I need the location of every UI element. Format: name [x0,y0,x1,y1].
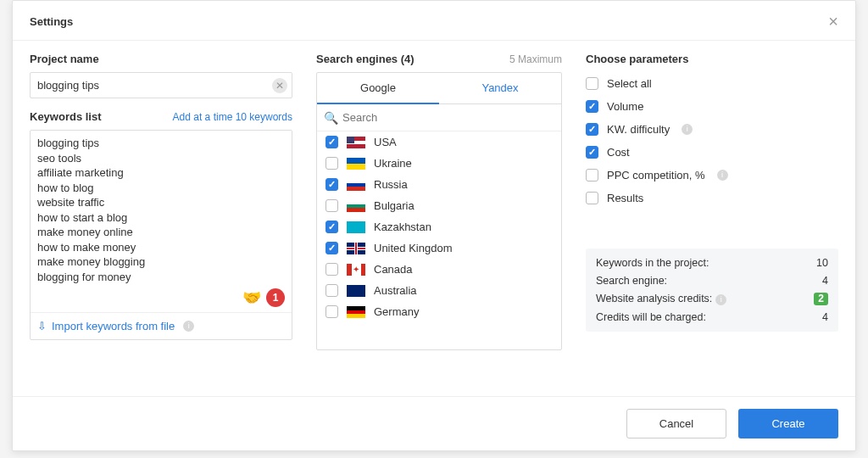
summary-box: Keywords in the project:10Search engine:… [586,249,838,332]
country-name: Germany [374,305,419,318]
col-parameters: Choose parameters Select allVolumeKW. di… [586,53,838,396]
info-icon: i [717,170,728,181]
import-keywords-button[interactable]: ⇩ Import keywords from file i [31,312,292,339]
country-checkbox[interactable] [326,199,338,212]
keywords-textarea[interactable] [31,131,292,285]
flag-icon [347,285,365,297]
param-checkbox[interactable] [586,169,598,182]
create-button[interactable]: Create [738,409,838,438]
summary-label: Website analysis credits:i [596,293,726,305]
close-icon[interactable]: × [828,13,838,30]
country-name: USA [374,136,397,148]
tab-google[interactable]: Google [317,73,439,104]
param-row[interactable]: KW. difficultyi [586,118,838,141]
country-name: Kazakhstan [374,221,431,233]
country-row[interactable]: USA [317,131,561,153]
keywords-badges: 🤝 1 [31,285,292,312]
search-engines-max: 5 Maximum [509,53,562,65]
cancel-button[interactable]: Cancel [626,409,726,438]
summary-value: 4 [822,275,828,287]
param-row[interactable]: Cost [586,141,838,164]
param-label: Cost [607,146,630,159]
info-icon: i [715,294,726,305]
country-row[interactable]: Canada [317,259,561,280]
project-name-input[interactable] [30,72,292,98]
summary-row: Website analysis credits:i2 [596,293,828,305]
param-checkbox[interactable] [586,123,598,136]
project-name-field-wrap: ✕ [30,72,292,98]
country-row[interactable]: Ukraine [317,153,561,174]
param-checkbox[interactable] [586,146,598,159]
country-list[interactable]: USAUkraineRussiaBulgariaKazakhstanUnited… [317,131,561,349]
country-name: Ukraine [374,157,412,170]
flag-icon [347,264,365,276]
country-row[interactable]: Germany [317,301,561,322]
flag-icon [347,243,365,254]
keywords-list-label: Keywords list [30,110,102,123]
keywords-box: 🤝 1 ⇩ Import keywords from file i [30,130,292,340]
country-name: Canada [374,263,413,276]
country-row[interactable]: Bulgaria [317,195,561,216]
country-checkbox[interactable] [326,136,338,148]
country-row[interactable]: United Kingdom [317,237,561,259]
param-row[interactable]: Select all [586,72,838,95]
settings-modal: Settings × Project name ✕ Keywords list … [12,0,856,451]
country-search-input[interactable] [317,104,561,131]
country-checkbox[interactable] [326,157,338,170]
search-icon: 🔍 [324,111,338,125]
param-row[interactable]: PPC competition, %i [586,164,838,187]
flag-icon [347,137,365,148]
country-row[interactable]: Kazakhstan [317,216,561,237]
param-label: Volume [607,100,643,113]
summary-value: 4 [822,311,828,323]
summary-row: Search engine:4 [596,275,828,287]
summary-label: Credits will be charged: [596,311,706,323]
country-name: Bulgaria [374,199,415,212]
param-label: Select all [607,77,652,90]
param-label: Results [607,192,643,204]
param-label: KW. difficulty [607,123,670,136]
country-row[interactable]: Russia [317,174,561,195]
search-engine-panel: Google Yandex 🔍 USAUkraineRussiaBulgaria… [316,72,562,350]
param-checkbox[interactable] [586,192,598,204]
param-checkbox[interactable] [586,77,598,90]
country-checkbox[interactable] [326,284,338,297]
modal-body: Project name ✕ Keywords list Add at a ti… [13,41,855,396]
tab-yandex[interactable]: Yandex [439,73,561,104]
keywords-hint[interactable]: Add at a time 10 keywords [173,111,292,123]
param-checkbox[interactable] [586,100,598,113]
summary-row: Keywords in the project:10 [596,257,828,269]
keywords-count-badge: 1 [266,288,285,307]
flag-icon [347,200,365,212]
country-name: Russia [374,178,408,191]
summary-label: Keywords in the project: [596,257,709,269]
country-checkbox[interactable] [326,178,338,191]
modal-footer: Cancel Create [13,396,855,450]
col-project-keywords: Project name ✕ Keywords list Add at a ti… [30,53,292,396]
project-name-label: Project name [30,53,99,65]
country-row[interactable]: Australia [317,280,561,301]
search-engines-label: Search engines (4) [316,53,415,65]
summary-label: Search engine: [596,275,667,287]
country-checkbox[interactable] [326,242,338,254]
handshake-icon: 🤝 [242,288,261,307]
modal-header: Settings × [13,1,855,41]
clear-icon[interactable]: ✕ [272,78,287,93]
flag-icon [347,221,365,233]
parameters-list: Select allVolumeKW. difficultyiCostPPC c… [586,72,838,209]
flag-icon [347,158,365,170]
info-icon: i [183,321,194,332]
country-name: Australia [374,284,417,297]
country-checkbox[interactable] [326,263,338,276]
param-row[interactable]: Volume [586,95,838,118]
country-checkbox[interactable] [326,305,338,318]
param-label: PPC competition, % [607,169,705,182]
import-keywords-label: Import keywords from file [52,320,175,332]
summary-value: 2 [814,293,828,305]
param-row[interactable]: Results [586,187,838,209]
modal-title: Settings [30,15,73,28]
parameters-label: Choose parameters [586,53,688,65]
country-checkbox[interactable] [326,221,338,233]
flag-icon [347,306,365,318]
summary-value: 10 [816,257,828,269]
